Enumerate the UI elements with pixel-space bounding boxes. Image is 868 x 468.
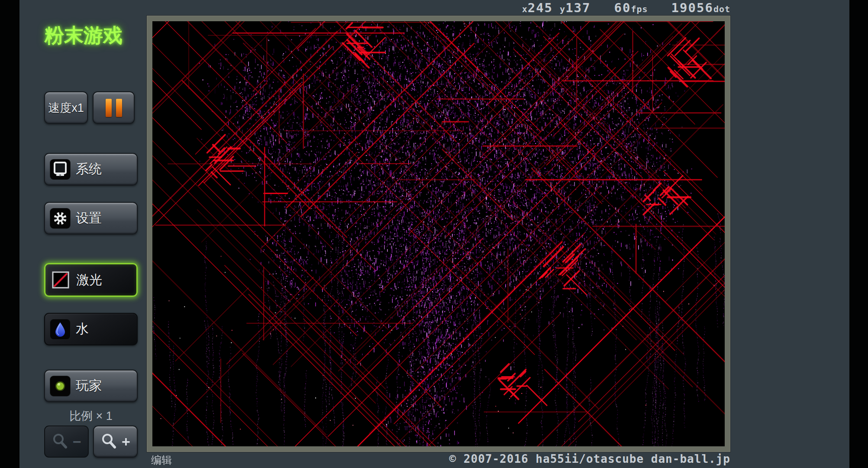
water-tool-button[interactable]: 水 <box>44 313 138 345</box>
zoom-out-button[interactable]: − <box>44 426 89 458</box>
left-black-strip <box>0 0 19 468</box>
laser-tool-label: 激光 <box>76 271 102 289</box>
player-ball-icon <box>50 376 70 396</box>
fps-counter: 60fps <box>614 0 648 15</box>
system-button-label: 系统 <box>76 160 102 178</box>
gear-icon <box>50 208 70 228</box>
canvas-frame <box>147 16 730 452</box>
dot-unit: dot <box>713 4 730 14</box>
app-window: 粉末游戏 x245y137 60fps 19056dot 速度x1 系统 设置 … <box>0 0 868 468</box>
system-button[interactable]: 系统 <box>44 153 138 185</box>
laser-tool-button[interactable]: 激光 <box>44 263 138 297</box>
copyright: © 2007-2016 ha55ii/otascube dan-ball.jp <box>449 452 730 465</box>
cursor-y-label: y <box>560 4 565 14</box>
zoom-in-button[interactable]: + <box>93 426 138 458</box>
settings-button[interactable]: 设置 <box>44 202 138 234</box>
speed-button[interactable]: 速度x1 <box>44 91 88 124</box>
laser-icon <box>51 270 71 290</box>
device-icon <box>50 159 70 179</box>
zoom-out-sign: − <box>73 433 81 450</box>
magnifier-plus-icon <box>100 432 118 451</box>
simulation-canvas[interactable] <box>152 21 725 446</box>
water-drop-icon <box>50 319 70 339</box>
cursor-y-value: 137 <box>565 0 590 15</box>
cursor-position: x245y137 <box>522 0 591 15</box>
settings-button-label: 设置 <box>76 209 102 227</box>
page-title: 粉末游戏 <box>19 23 148 49</box>
right-black-strip <box>849 0 868 468</box>
cursor-x-value: 245 <box>528 0 553 15</box>
fps-value: 60 <box>614 0 631 15</box>
speed-button-label: 速度x1 <box>48 100 84 116</box>
water-tool-label: 水 <box>76 320 89 338</box>
cursor-x-label: x <box>522 4 528 14</box>
status-bar: x245y137 60fps 19056dot <box>147 0 730 16</box>
edit-mode-label: 编辑 <box>151 453 172 467</box>
player-tool-button[interactable]: 玩家 <box>44 370 138 402</box>
pause-icon <box>106 99 122 117</box>
fps-unit: fps <box>631 4 648 14</box>
zoom-in-sign: + <box>122 433 130 450</box>
scale-label: 比例 × 1 <box>44 408 138 424</box>
pause-button[interactable] <box>93 91 135 124</box>
dot-value: 19056 <box>671 0 713 15</box>
player-tool-label: 玩家 <box>76 377 102 395</box>
magnifier-minus-icon <box>52 432 69 451</box>
dot-counter: 19056dot <box>671 0 730 15</box>
